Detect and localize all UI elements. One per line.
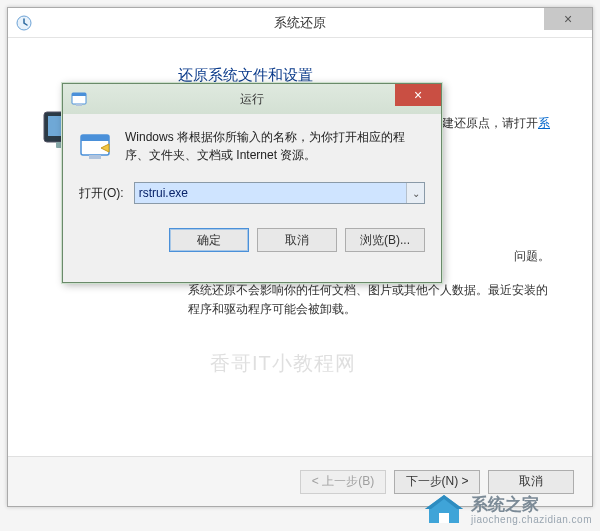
run-title: 运行 — [63, 91, 441, 108]
ok-button[interactable]: 确定 — [169, 228, 249, 252]
run-dialog: 运行 × Windows 将根据你所输入的名称，为你打开相应的程序、文件夹、文档… — [62, 83, 442, 283]
next-button[interactable]: 下一步(N) > — [394, 470, 480, 494]
chevron-down-icon: ⌄ — [412, 188, 420, 199]
run-titlebar: 运行 × — [63, 84, 441, 114]
open-input[interactable] — [135, 183, 406, 203]
watermark-url: jiaocheng.chazidian.com — [471, 514, 592, 525]
open-dropdown-button[interactable]: ⌄ — [406, 183, 424, 203]
browse-button[interactable]: 浏览(B)... — [345, 228, 425, 252]
open-label: 打开(O): — [79, 185, 124, 202]
restore-note: 系统还原不会影响你的任何文档、图片或其他个人数据。最近安装的程序和驱动程序可能会… — [188, 281, 552, 319]
issue-text-tail: 问题。 — [514, 248, 550, 265]
system-restore-titlebar: 系统还原 × — [8, 8, 592, 38]
wizard-footer: < 上一步(B) 下一步(N) > 取消 — [8, 456, 592, 506]
run-cancel-button[interactable]: 取消 — [257, 228, 337, 252]
back-button: < 上一步(B) — [300, 470, 386, 494]
cancel-button[interactable]: 取消 — [488, 470, 574, 494]
svg-rect-13 — [439, 513, 449, 523]
run-description: Windows 将根据你所输入的名称，为你打开相应的程序、文件夹、文档或 Int… — [125, 128, 425, 164]
svg-rect-11 — [89, 155, 101, 159]
system-protection-link[interactable]: 系 — [538, 116, 550, 130]
restore-point-hint: 创建还原点，请打开系 — [430, 115, 550, 132]
close-icon: × — [564, 11, 572, 27]
open-combobox[interactable]: ⌄ — [134, 182, 425, 204]
run-button-row: 确定 取消 浏览(B)... — [79, 228, 425, 252]
close-icon: × — [414, 87, 422, 103]
run-open-row: 打开(O): ⌄ — [79, 182, 425, 204]
system-restore-title: 系统还原 — [8, 14, 592, 32]
run-hero-icon — [79, 130, 113, 164]
svg-rect-10 — [81, 135, 109, 141]
system-restore-close-button[interactable]: × — [544, 8, 592, 30]
run-close-button[interactable]: × — [395, 84, 441, 106]
run-body: Windows 将根据你所输入的名称，为你打开相应的程序、文件夹、文档或 Int… — [63, 114, 441, 262]
